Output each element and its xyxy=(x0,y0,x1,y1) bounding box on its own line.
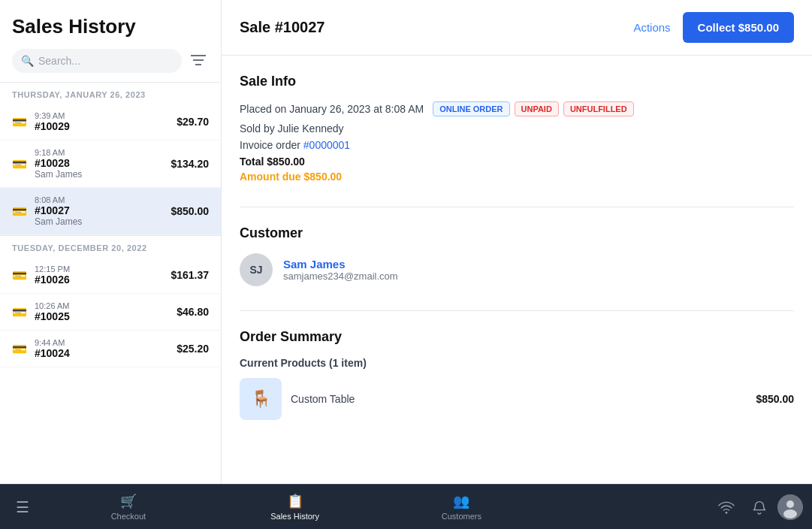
sale-details-10028: 9:18 AM #10028 Sam James xyxy=(35,148,171,180)
nav-sales-history[interactable]: 📋 Sales History xyxy=(212,485,379,529)
customer-info: Sam James samjames234@zmail.com xyxy=(283,258,398,282)
sale-amount-10024: $25.20 xyxy=(177,343,209,355)
product-icon: 🪑 xyxy=(251,389,271,409)
card-icon-10028: 💳 xyxy=(12,157,27,171)
online-order-badge: ONLINE ORDER xyxy=(433,101,509,116)
customer-email: samjames234@zmail.com xyxy=(283,271,398,282)
sale-time-10028: 9:18 AM xyxy=(35,148,171,157)
sale-number-10029: #10029 xyxy=(35,120,177,132)
sidebar: Sales History 🔍 THURSDAY, JANUARY 26, 20… xyxy=(0,0,222,484)
sale-details-10025: 10:26 AM #10025 xyxy=(35,301,177,322)
card-icon-10027: 💳 xyxy=(12,204,27,219)
svg-point-3 xyxy=(726,511,728,513)
svg-point-5 xyxy=(786,500,794,508)
customer-section-title: Customer xyxy=(240,225,794,241)
sale-number-10024: #10024 xyxy=(35,347,177,359)
detail-header: Sale #10027 Actions Collect $850.00 xyxy=(222,0,812,56)
nav-sales-history-label: Sales History xyxy=(270,512,319,521)
bottom-nav: ☰ 🛒 Checkout 📋 Sales History 👥 Customers xyxy=(0,484,812,529)
sale-details-10029: 9:39 AM #10029 xyxy=(35,111,177,132)
invoice-row: Invoice order #0000001 xyxy=(240,139,794,151)
sale-details-10024: 9:44 AM #10024 xyxy=(35,338,177,359)
customer-avatar: SJ xyxy=(240,253,273,286)
product-price: $850.00 xyxy=(756,393,794,405)
sale-number-10027: #10027 xyxy=(35,204,171,216)
sale-item-10029[interactable]: 💳 9:39 AM #10029 $29.70 xyxy=(0,104,221,141)
order-summary-title: Order Summary xyxy=(240,329,794,345)
order-summary-section: Order Summary Current Products (1 item) … xyxy=(240,329,794,420)
detail-sale-number: Sale #10027 xyxy=(240,19,633,36)
svg-point-6 xyxy=(783,509,797,518)
sale-amount-10029: $29.70 xyxy=(177,116,209,128)
products-label: Current Products (1 item) xyxy=(240,357,794,369)
sale-amount-10025: $46.80 xyxy=(177,306,209,318)
sale-number-10025: #10025 xyxy=(35,310,177,322)
product-thumbnail: 🪑 xyxy=(240,378,282,420)
search-input-wrap: 🔍 xyxy=(12,49,182,73)
date-group-header-2: TUESDAY, DECEMBER 20, 2022 xyxy=(0,235,221,257)
sale-customer-10027: Sam James xyxy=(35,216,171,227)
card-icon-10024: 💳 xyxy=(12,342,27,356)
actions-button[interactable]: Actions xyxy=(633,21,670,34)
search-input[interactable] xyxy=(38,55,173,67)
detail-panel: Sale #10027 Actions Collect $850.00 Sale… xyxy=(222,0,812,484)
sale-item-10026[interactable]: 💳 12:15 PM #10026 $161.37 xyxy=(0,257,221,294)
nav-customers[interactable]: 👥 Customers xyxy=(379,485,545,529)
wifi-icon[interactable] xyxy=(711,492,741,522)
amount-due-text: Amount due $850.00 xyxy=(240,171,794,183)
sale-item-10027[interactable]: 💳 8:08 AM #10027 Sam James $850.00 xyxy=(0,188,221,235)
divider-1 xyxy=(240,207,794,207)
nav-checkout-label: Checkout xyxy=(111,512,146,521)
sale-time-10027: 8:08 AM xyxy=(35,195,171,204)
product-item: 🪑 Custom Table $850.00 xyxy=(240,378,794,420)
filter-button[interactable] xyxy=(188,51,209,71)
sale-time-10025: 10:26 AM xyxy=(35,301,177,310)
customers-icon: 👥 xyxy=(453,493,469,509)
sales-list: THURSDAY, JANUARY 26, 2023 💳 9:39 AM #10… xyxy=(0,82,221,484)
unfulfilled-badge: UNFULFILLED xyxy=(563,101,634,116)
invoice-label: Invoice order xyxy=(240,139,303,151)
hamburger-icon: ☰ xyxy=(16,498,29,516)
customer-name[interactable]: Sam James xyxy=(283,258,398,271)
sale-customer-10028: Sam James xyxy=(35,169,171,180)
nav-customers-label: Customers xyxy=(442,512,481,521)
collect-button[interactable]: Collect $850.00 xyxy=(683,12,794,43)
user-avatar[interactable] xyxy=(777,494,803,520)
sale-amount-10027: $850.00 xyxy=(171,205,209,217)
product-name: Custom Table xyxy=(291,393,355,405)
customer-row: SJ Sam James samjames234@zmail.com xyxy=(240,253,794,286)
sale-number-10028: #10028 xyxy=(35,157,171,169)
sale-number-10026: #10026 xyxy=(35,274,171,286)
menu-button[interactable]: ☰ xyxy=(0,498,45,516)
filter-icon xyxy=(191,54,206,66)
sale-item-10028[interactable]: 💳 9:18 AM #10028 Sam James $134.20 xyxy=(0,141,221,188)
sale-details-10026: 12:15 PM #10026 xyxy=(35,264,171,286)
unpaid-badge: UNPAID xyxy=(515,101,559,116)
sold-by-text: Sold by Julie Kennedy xyxy=(240,122,794,135)
invoice-link[interactable]: #0000001 xyxy=(303,139,350,151)
notification-icon[interactable] xyxy=(744,492,774,522)
placed-date-text: Placed on January 26, 2023 at 8:08 AM xyxy=(240,103,424,115)
sidebar-header: Sales History 🔍 xyxy=(0,0,221,82)
total-text: Total $850.00 xyxy=(240,156,794,168)
placed-date-row: Placed on January 26, 2023 at 8:08 AM ON… xyxy=(240,101,794,116)
nav-right-icons xyxy=(711,492,812,522)
search-bar: 🔍 xyxy=(12,49,209,73)
sale-time-10024: 9:44 AM xyxy=(35,338,177,347)
sale-amount-10026: $161.37 xyxy=(171,269,209,281)
sale-item-10024[interactable]: 💳 9:44 AM #10024 $25.20 xyxy=(0,331,221,367)
nav-checkout[interactable]: 🛒 Checkout xyxy=(45,485,212,529)
date-group-header-1: THURSDAY, JANUARY 26, 2023 xyxy=(0,82,221,104)
sales-history-icon: 📋 xyxy=(287,493,303,509)
card-icon-10029: 💳 xyxy=(12,115,27,129)
customer-section: Customer SJ Sam James samjames234@zmail.… xyxy=(240,225,794,286)
status-badges: ONLINE ORDER UNPAID UNFULFILLED xyxy=(433,101,633,116)
card-icon-10025: 💳 xyxy=(12,305,27,319)
sale-details-10027: 8:08 AM #10027 Sam James xyxy=(35,195,171,227)
sale-info-title: Sale Info xyxy=(240,74,794,89)
sidebar-title: Sales History xyxy=(12,15,209,38)
sale-item-10025[interactable]: 💳 10:26 AM #10025 $46.80 xyxy=(0,294,221,331)
sale-time-10026: 12:15 PM xyxy=(35,264,171,274)
divider-2 xyxy=(240,310,794,311)
detail-body: Sale Info Placed on January 26, 2023 at … xyxy=(222,56,812,438)
